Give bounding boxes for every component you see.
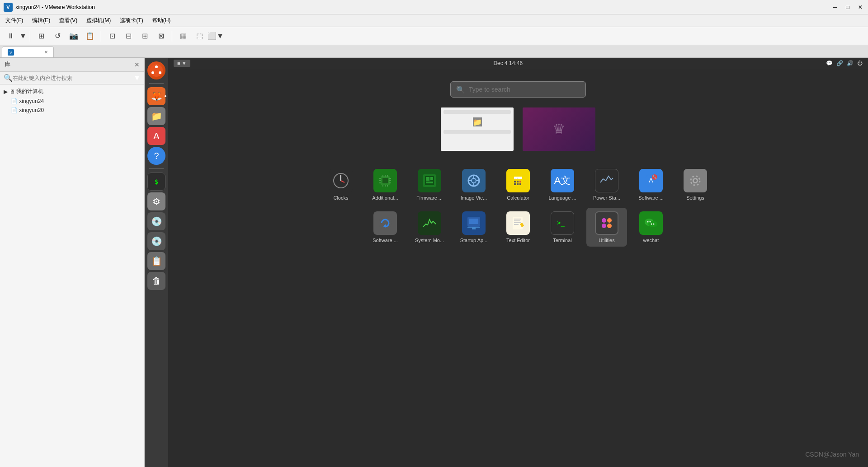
sidebar-close-button[interactable]: ✕ xyxy=(134,61,140,68)
dock-firefox[interactable]: 🦊 xyxy=(147,87,165,105)
svg-rect-41 xyxy=(514,183,516,185)
app-sysmon[interactable]: System Mo... xyxy=(409,208,450,247)
dock-cd1[interactable]: 💿 xyxy=(147,212,165,230)
ubuntu-desktop[interactable]: 🦊 📁 A ? $ ⚙ xyxy=(145,58,868,467)
chip-svg xyxy=(377,173,393,189)
softwareup2-icon xyxy=(373,211,397,235)
terminal-app-svg: >_ xyxy=(554,215,571,231)
dock-ubuntu-button[interactable] xyxy=(147,61,165,79)
app-icon: V xyxy=(4,3,13,12)
terminal-icon: $ xyxy=(155,178,158,185)
view-full[interactable]: ⊟ xyxy=(121,29,136,43)
sysmon-label: System Mo... xyxy=(415,238,444,243)
app-softwareup2[interactable]: Software ... xyxy=(365,208,406,247)
vm-tab[interactable]: V xingyun24 ✕ xyxy=(2,47,54,57)
dock-clipboard[interactable]: 📋 xyxy=(147,252,165,270)
ubuntu-dock: 🦊 📁 A ? $ ⚙ xyxy=(145,58,168,467)
svg-point-68 xyxy=(602,224,606,228)
app-terminal[interactable]: >_ Terminal xyxy=(542,208,583,247)
app-powerstat[interactable]: Power Sta... xyxy=(586,165,627,204)
view-scale[interactable]: ⊠ xyxy=(154,29,168,43)
svg-point-67 xyxy=(607,218,612,223)
restore-button[interactable]: □ xyxy=(842,2,854,13)
app-calculator[interactable]: − + Calculator xyxy=(498,165,538,204)
menu-edit[interactable]: 编辑(E) xyxy=(28,16,54,25)
app-search-input[interactable] xyxy=(469,86,580,93)
wechat-icon xyxy=(639,211,663,235)
menu-view[interactable]: 查看(V) xyxy=(56,16,81,25)
dock-terminal[interactable]: $ xyxy=(147,173,165,191)
app-wechat[interactable]: wechat xyxy=(631,208,671,247)
dock-files[interactable]: 📁 xyxy=(147,107,165,125)
tree-label-xingyun24: xingyun24 xyxy=(19,98,44,104)
additional-icon xyxy=(373,169,397,192)
close-button[interactable]: ✕ xyxy=(854,2,866,13)
svg-rect-17 xyxy=(389,180,391,181)
app-clocks[interactable]: Clocks xyxy=(321,165,361,204)
menu-vm[interactable]: 虚拟机(M) xyxy=(83,16,114,25)
dock-settings[interactable]: ⚙ xyxy=(147,192,165,210)
power-tray-icon: ⏻ xyxy=(857,60,863,66)
app-additional[interactable]: Additional... xyxy=(365,165,406,204)
app-firmware[interactable]: Firmware ... xyxy=(409,165,450,204)
calculator-label: Calculator xyxy=(507,195,529,201)
tree-item-xingyun24[interactable]: 📄 xingyun24 xyxy=(7,97,144,106)
app-utilities[interactable]: Utilities xyxy=(586,208,627,247)
menu-file[interactable]: 文件(F) xyxy=(2,16,27,25)
svg-point-73 xyxy=(650,221,651,223)
send-ctrl-alt-del[interactable]: ⊞ xyxy=(34,29,48,43)
snapshot-mgr[interactable]: 📋 xyxy=(83,29,97,43)
minimize-button[interactable]: ─ xyxy=(829,2,841,13)
svg-rect-24 xyxy=(387,185,388,187)
svg-point-6 xyxy=(159,71,161,74)
crown-icon: ♛ xyxy=(552,121,566,138)
vm-power-indicator: ■ ▼ xyxy=(174,60,190,67)
app-startup[interactable]: Startup Ap... xyxy=(453,208,494,247)
firefox-icon: 🦊 xyxy=(151,91,162,102)
app-language[interactable]: A文 Language ... xyxy=(542,165,583,204)
display-dropdown[interactable]: ⬜▼ xyxy=(208,29,223,43)
tree-item-xingyun20[interactable]: 📄 xingyun20 xyxy=(7,106,144,115)
svg-text:V: V xyxy=(9,51,12,55)
cd-icon-1: 💿 xyxy=(151,216,162,227)
svg-rect-22 xyxy=(382,185,383,187)
tab-close-button[interactable]: ✕ xyxy=(44,50,48,55)
svg-point-69 xyxy=(607,224,612,228)
texteditor-label: Text Editor xyxy=(506,238,530,243)
vm-tab-icon: V xyxy=(8,49,14,56)
app-texteditor[interactable]: Text Editor xyxy=(498,208,538,247)
toolbar-sep-2 xyxy=(101,31,101,42)
recent-files-thumb[interactable]: 📁 xyxy=(440,107,514,152)
view-unity[interactable]: ⊞ xyxy=(137,29,152,43)
app-imageview[interactable]: Image Vie... xyxy=(453,165,494,204)
recent-wallpaper-thumb[interactable]: ♛ xyxy=(522,107,596,152)
svg-point-66 xyxy=(602,218,606,223)
computer-icon: 🖥 xyxy=(9,89,15,95)
settings-button2[interactable]: ⬚ xyxy=(192,29,207,43)
softwareup2-label: Software ... xyxy=(373,238,398,243)
svg-rect-20 xyxy=(385,175,386,177)
sidebar-search-input[interactable] xyxy=(13,75,133,81)
svg-point-7 xyxy=(151,71,154,74)
window-controls: ─ □ ✕ xyxy=(829,2,866,13)
pause-dropdown[interactable]: ▼ xyxy=(20,29,26,43)
pause-button[interactable]: ⏸ xyxy=(4,29,18,43)
dock-trash[interactable]: 🗑 xyxy=(147,272,165,290)
snapshot-button[interactable]: 📷 xyxy=(66,29,81,43)
vm-icon-2: 📄 xyxy=(11,107,18,113)
app-settings[interactable]: Settings xyxy=(675,165,716,204)
dock-help[interactable]: ? xyxy=(147,147,165,165)
search-bar: 🔍 xyxy=(450,81,586,98)
dock-app-store[interactable]: A xyxy=(147,127,165,145)
svg-text:🔧: 🔧 xyxy=(652,175,657,179)
utilities-svg xyxy=(599,215,615,231)
console-view[interactable]: ▦ xyxy=(176,29,190,43)
menu-tab[interactable]: 选项卡(T) xyxy=(116,16,146,25)
svg-text:+: + xyxy=(517,177,519,179)
tree-item-my-computer[interactable]: ▶ 🖥 我的计算机 xyxy=(0,86,144,97)
menu-help[interactable]: 帮助(H) xyxy=(149,16,175,25)
app-softwareup[interactable]: A 🔧 Software ... xyxy=(631,165,671,204)
view-normal[interactable]: ⊡ xyxy=(105,29,119,43)
power-button[interactable]: ↺ xyxy=(50,29,65,43)
dock-cd2[interactable]: 💿 xyxy=(147,232,165,250)
